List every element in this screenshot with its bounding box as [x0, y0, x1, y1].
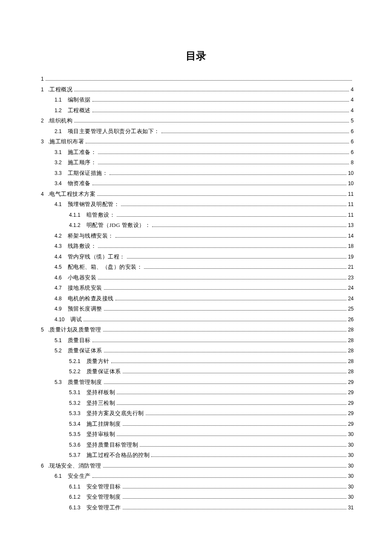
toc-number: 5.3.6: [69, 440, 86, 450]
toc-entry: 5.3.4施工挂牌制度29: [38, 419, 354, 430]
toc-entry: 5.2.1质量方针28: [38, 356, 354, 367]
toc-entry: 4.3线路敷设：18: [38, 241, 354, 252]
toc-number: 4.1.2: [69, 220, 86, 231]
toc-leader-dots: [117, 394, 346, 394]
toc-page-number: 29: [348, 398, 354, 409]
toc-leader-dots: [161, 133, 349, 133]
toc-entry: 1.工程概况4: [38, 84, 354, 95]
toc-entry: 2.1项目主要管理人员职责分工表如下：6: [38, 126, 354, 137]
toc-number: 3.2: [55, 157, 68, 168]
toc-page-number: 4: [351, 84, 354, 95]
toc-label: 物资准备: [68, 178, 91, 189]
toc-label: 施工过程不合格品的控制: [86, 450, 150, 461]
toc-entry: 5.3.7施工过程不合格品的控制30: [38, 450, 354, 461]
toc-label: 预留长度调整: [68, 304, 102, 314]
toc-page-number: 23: [348, 273, 354, 283]
toc-number: 3.4: [55, 178, 68, 189]
toc-page-number: 26: [348, 314, 354, 325]
toc-entry: 5.3.5坚持审核制30: [38, 429, 354, 440]
toc-number: 3: [41, 137, 48, 147]
toc-label: 项目主要管理人员职责分工表如下：: [68, 126, 160, 137]
toc-leader-dots: [123, 509, 346, 509]
toc-label: 管内穿线（缆）工程：: [68, 252, 125, 262]
toc-number: 6: [41, 461, 48, 471]
toc-leader-dots: [144, 268, 346, 269]
toc-label: 安全管理目标: [86, 482, 121, 492]
toc-number: 3.1: [55, 147, 68, 158]
toc-number: 1.2: [55, 105, 68, 116]
toc-leader-dots: [123, 425, 346, 426]
toc-leader-dots: [103, 331, 346, 331]
toc-leader-dots: [151, 456, 346, 457]
toc-number: 4.4: [55, 252, 68, 262]
toc-entry: 5.3.3坚持方案及交底先行制29: [38, 408, 354, 419]
toc-label: 质量管理制度: [68, 377, 102, 388]
toc-number: 1: [41, 74, 44, 84]
toc-entry: 6.现场安全、消防管理30: [38, 461, 354, 471]
toc-label: 施工准备：: [68, 147, 97, 158]
toc-label: .施工组织布署: [48, 137, 84, 147]
toc-number: 2: [41, 116, 48, 126]
toc-number: 5.3.5: [69, 429, 86, 440]
toc-leader-dots: [115, 237, 346, 238]
toc-entry: 3.1施工准备：6: [38, 147, 354, 158]
toc-leader-dots: [97, 195, 346, 196]
toc-number: 4.2: [55, 231, 68, 241]
toc-leader-dots: [103, 467, 346, 468]
toc-page-number: 4: [351, 95, 354, 105]
toc-page-number: 30: [348, 429, 354, 440]
toc-leader-dots: [86, 143, 349, 143]
toc-page-number: 10: [348, 168, 354, 179]
toc-entry: 6.1.3安全管理工作31: [38, 503, 354, 513]
toc-page-number: 11: [348, 210, 354, 221]
toc-label: .组织机构: [48, 116, 73, 126]
toc-entry: 5.1质量目标28: [38, 335, 354, 346]
toc-leader-dots: [84, 321, 346, 321]
toc-entry: 6.1.2安全管理制度30: [38, 492, 354, 503]
toc-label: 明配管（JDG 管敷设）：: [86, 220, 151, 231]
toc-number: 6.1.1: [69, 482, 86, 492]
toc-label: 调试: [70, 314, 82, 325]
toc-page-number: 14: [348, 231, 354, 241]
toc-entry: 4.5配电柜、箱、（盘）的安装：21: [38, 262, 354, 273]
toc-label: 坚持三检制: [86, 398, 115, 409]
toc-entry: 5.2.2质量保证体系28: [38, 366, 354, 377]
toc-number: 1.1: [55, 95, 68, 105]
toc-entry: 3.2施工顺序：8: [38, 157, 354, 168]
toc-leader-dots: [117, 404, 346, 405]
toc-label: 线路敷设：: [68, 241, 97, 252]
toc-number: 5.3.1: [69, 387, 86, 398]
toc-leader-dots: [121, 206, 346, 206]
toc-label: 安全生产: [68, 471, 91, 482]
toc-page-number: 30: [348, 482, 354, 492]
toc-page-number: 29: [348, 419, 354, 430]
toc-label: 坚持样板制: [86, 387, 115, 398]
table-of-contents: 11.工程概况41.1编制依据41.2工程概述42.组织机构52.1项目主要管理…: [38, 74, 354, 513]
toc-page-number: 30: [348, 492, 354, 503]
toc-number: 5.3: [55, 377, 68, 388]
toc-label: 坚持质量目标管理制: [86, 440, 138, 450]
toc-label: 施工顺序：: [68, 157, 97, 168]
toc-entry: 1.2工程概述4: [38, 105, 354, 116]
toc-number: 4.6: [55, 273, 68, 283]
toc-leader-dots: [123, 498, 346, 499]
toc-leader-dots: [123, 373, 346, 373]
toc-page-number: 11: [348, 199, 354, 210]
toc-page-number: 29: [348, 387, 354, 398]
toc-page-number: 29: [348, 377, 354, 388]
toc-entry: 4.1.2明配管（JDG 管敷设）：13: [38, 220, 354, 231]
toc-page-number: 25: [348, 304, 354, 314]
toc-leader-dots: [98, 279, 346, 279]
toc-entry: 5.3.2坚持三检制29: [38, 398, 354, 409]
toc-leader-dots: [110, 174, 346, 175]
toc-entry: 4.10调试26: [38, 314, 354, 325]
toc-page-number: 31: [348, 503, 354, 513]
toc-entry: 1: [38, 74, 354, 84]
toc-entry: 5.3.6坚持质量目标管理制30: [38, 440, 354, 450]
page-title: 目录: [38, 49, 354, 63]
toc-entry: 4.2桥架与线槽安装：14: [38, 231, 354, 241]
toc-number: 4.5: [55, 262, 68, 273]
toc-label: 工程概述: [68, 105, 91, 116]
toc-leader-dots: [117, 216, 346, 217]
toc-entry: 6.1安全生产30: [38, 471, 354, 482]
